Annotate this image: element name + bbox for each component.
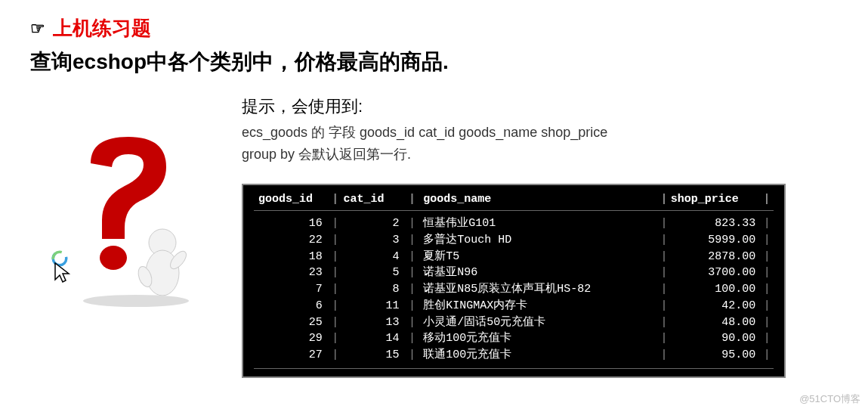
cell-shop-price: 823.33 bbox=[671, 215, 760, 232]
table-row: 18|4|夏新T5|2878.00| bbox=[254, 249, 774, 265]
watermark: @51CTO博客 bbox=[799, 392, 860, 406]
svg-point-5 bbox=[83, 295, 189, 307]
separator: | bbox=[657, 215, 671, 232]
separator: | bbox=[657, 281, 671, 298]
terminal-output: goods_id | cat_id | goods_name | shop_pr… bbox=[242, 184, 786, 378]
separator: | bbox=[329, 265, 342, 281]
table-row: 22|3|多普达Touch HD|5999.00| bbox=[254, 232, 774, 249]
table-row: 29|14|移动100元充值卡|90.00| bbox=[254, 330, 774, 347]
separator: | bbox=[760, 249, 774, 265]
separator: | bbox=[406, 298, 419, 314]
separator: | bbox=[329, 215, 342, 232]
hint-column: 提示，会使用到: ecs_goods 的 字段 goods_id cat_id … bbox=[219, 95, 838, 378]
table-bottom-border bbox=[254, 368, 774, 369]
cursor-arrow-icon bbox=[53, 262, 71, 284]
separator: | bbox=[657, 298, 671, 314]
figure-column bbox=[30, 95, 219, 307]
separator: | bbox=[657, 193, 671, 206]
cell-cat-id: 3 bbox=[342, 232, 406, 249]
cell-cat-id: 11 bbox=[342, 298, 406, 314]
separator: | bbox=[657, 314, 671, 331]
separator: | bbox=[657, 330, 671, 347]
table-row: 27|15|联通100元充值卡|95.00| bbox=[254, 347, 774, 364]
main-question: 查询ecshop中各个类别中，价格最高的商品. bbox=[30, 48, 838, 76]
cell-goods-id: 29 bbox=[254, 330, 329, 347]
cell-goods-id: 25 bbox=[254, 314, 329, 331]
separator: | bbox=[329, 281, 342, 298]
separator: | bbox=[760, 347, 774, 364]
cell-goods-id: 7 bbox=[254, 281, 329, 298]
separator: | bbox=[329, 347, 342, 364]
separator: | bbox=[329, 249, 342, 265]
separator: | bbox=[760, 330, 774, 347]
cell-goods-id: 27 bbox=[254, 347, 329, 364]
hand-pointer-icon: ☞ bbox=[30, 19, 45, 39]
separator: | bbox=[760, 298, 774, 314]
cell-cat-id: 2 bbox=[342, 215, 406, 232]
cell-shop-price: 48.00 bbox=[671, 314, 760, 331]
separator: | bbox=[406, 347, 419, 364]
hint-title: 提示，会使用到: bbox=[242, 95, 838, 118]
hint-line-1: ecs_goods 的 字段 goods_id cat_id goods_nam… bbox=[242, 122, 838, 143]
separator: | bbox=[406, 265, 419, 281]
table-row: 16|2|恒基伟业G101|823.33| bbox=[254, 215, 774, 232]
separator: | bbox=[406, 193, 419, 206]
cell-cat-id: 8 bbox=[342, 281, 406, 298]
separator: | bbox=[406, 249, 419, 265]
cell-cat-id: 4 bbox=[342, 249, 406, 265]
cell-shop-price: 3700.00 bbox=[671, 265, 760, 281]
table-row: 25|13|小灵通/固话50元充值卡|48.00| bbox=[254, 314, 774, 331]
header-row: ☞ 上机练习题 bbox=[30, 15, 838, 42]
cell-cat-id: 15 bbox=[342, 347, 406, 364]
separator: | bbox=[760, 232, 774, 249]
cell-goods-name: 移动100元充值卡 bbox=[419, 330, 657, 347]
separator: | bbox=[329, 232, 342, 249]
cell-shop-price: 95.00 bbox=[671, 347, 760, 364]
cell-goods-name: 诺基亚N96 bbox=[419, 265, 657, 281]
hint-line-2: group by 会默认返回第一行. bbox=[242, 144, 838, 165]
cell-goods-name: 恒基伟业G101 bbox=[419, 215, 657, 232]
separator: | bbox=[406, 232, 419, 249]
col-header-goods-id: goods_id bbox=[254, 193, 329, 206]
separator: | bbox=[657, 347, 671, 364]
separator: | bbox=[329, 314, 342, 331]
separator: | bbox=[760, 215, 774, 232]
separator: | bbox=[406, 314, 419, 331]
table-row: 23|5|诺基亚N96|3700.00| bbox=[254, 265, 774, 281]
table-header-row: goods_id | cat_id | goods_name | shop_pr… bbox=[254, 193, 774, 211]
cell-goods-id: 18 bbox=[254, 249, 329, 265]
separator: | bbox=[657, 265, 671, 281]
separator: | bbox=[760, 314, 774, 331]
cell-goods-name: 夏新T5 bbox=[419, 249, 657, 265]
separator: | bbox=[406, 330, 419, 347]
separator: | bbox=[406, 215, 419, 232]
cell-shop-price: 5999.00 bbox=[671, 232, 760, 249]
separator: | bbox=[760, 281, 774, 298]
cell-goods-id: 22 bbox=[254, 232, 329, 249]
cell-shop-price: 42.00 bbox=[671, 298, 760, 314]
question-figure bbox=[60, 125, 212, 307]
separator: | bbox=[406, 281, 419, 298]
cell-cat-id: 13 bbox=[342, 314, 406, 331]
cell-cat-id: 14 bbox=[342, 330, 406, 347]
cell-goods-name: 联通100元充值卡 bbox=[419, 347, 657, 364]
col-header-cat-id: cat_id bbox=[342, 193, 406, 206]
cell-shop-price: 100.00 bbox=[671, 281, 760, 298]
content-area: 提示，会使用到: ecs_goods 的 字段 goods_id cat_id … bbox=[30, 95, 838, 378]
table-row: 6|11|胜创KINGMAX内存卡|42.00| bbox=[254, 298, 774, 314]
cell-goods-name: 多普达Touch HD bbox=[419, 232, 657, 249]
cell-goods-id: 16 bbox=[254, 215, 329, 232]
table-row: 7|8|诺基亚N85原装立体声耳机HS-82|100.00| bbox=[254, 281, 774, 298]
table-body: 16|2|恒基伟业G101|823.33|22|3|多普达Touch HD|59… bbox=[254, 215, 774, 364]
separator: | bbox=[329, 193, 342, 206]
question-mark-icon bbox=[60, 125, 212, 307]
cell-shop-price: 2878.00 bbox=[671, 249, 760, 265]
cell-shop-price: 90.00 bbox=[671, 330, 760, 347]
cell-goods-id: 23 bbox=[254, 265, 329, 281]
cell-goods-id: 6 bbox=[254, 298, 329, 314]
separator: | bbox=[760, 265, 774, 281]
separator: | bbox=[760, 193, 774, 206]
col-header-shop-price: shop_price bbox=[671, 193, 760, 206]
exercise-title: 上机练习题 bbox=[53, 15, 151, 42]
separator: | bbox=[329, 330, 342, 347]
